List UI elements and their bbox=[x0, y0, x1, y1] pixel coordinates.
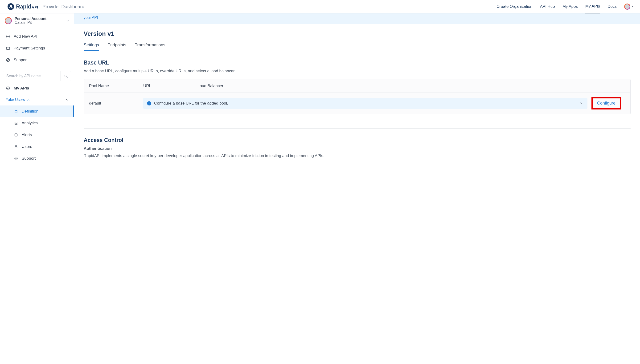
sidebar-definition[interactable]: Definition bbox=[0, 106, 74, 117]
sidebar-my-apis[interactable]: My APIs bbox=[0, 82, 74, 94]
sidebar-item-label: Users bbox=[22, 144, 32, 149]
octopus-logo-icon bbox=[8, 3, 14, 10]
sidebar: Personal Account Catalin Pit Add New API… bbox=[0, 14, 74, 364]
svg-point-5 bbox=[6, 58, 10, 62]
chevron-down-icon bbox=[66, 19, 69, 22]
lock-icon bbox=[27, 98, 30, 102]
account-switcher[interactable]: Personal Account Catalin Pit bbox=[0, 14, 74, 28]
sidebar-item-label: My APIs bbox=[14, 86, 29, 91]
logo-text: Rapid API bbox=[16, 3, 38, 10]
col-load-balancer: Load Balancer bbox=[197, 84, 587, 88]
nav-create-org[interactable]: Create Organization bbox=[496, 4, 532, 13]
sidebar-add-new-api[interactable]: Add New API bbox=[0, 30, 74, 42]
nav-api-hub[interactable]: API Hub bbox=[540, 4, 555, 13]
chevron-down-icon: ▼ bbox=[631, 6, 633, 8]
search-container bbox=[3, 71, 71, 81]
section-title: Base URL bbox=[84, 60, 630, 66]
search-input[interactable] bbox=[3, 71, 61, 81]
banner-link[interactable]: your API bbox=[84, 16, 98, 20]
compass-icon bbox=[6, 58, 10, 62]
svg-point-2 bbox=[11, 6, 12, 6]
info-alert: i Configure a base URL for the added poo… bbox=[143, 98, 587, 109]
account-name: Catalin Pit bbox=[15, 20, 66, 25]
sidebar-item-label: Definition bbox=[22, 109, 39, 114]
search-icon bbox=[64, 74, 68, 78]
header-nav: Create Organization API Hub My Apps My A… bbox=[496, 4, 633, 10]
nav-docs[interactable]: Docs bbox=[607, 4, 617, 13]
clock-icon bbox=[14, 132, 18, 137]
logo[interactable]: Rapid API bbox=[8, 3, 38, 10]
sidebar-item-label: Support bbox=[22, 156, 36, 161]
nav-my-apis[interactable]: My APIs bbox=[585, 4, 600, 14]
close-icon[interactable] bbox=[579, 101, 584, 106]
analytics-icon bbox=[14, 121, 18, 126]
svg-rect-4 bbox=[6, 47, 10, 50]
svg-point-11 bbox=[15, 146, 17, 147]
svg-point-12 bbox=[15, 157, 18, 160]
base-url-section: Base URL Add a base URL, configure multi… bbox=[84, 60, 630, 114]
avatar bbox=[624, 4, 630, 10]
api-name: Fake Users bbox=[6, 98, 25, 102]
avatar bbox=[5, 17, 12, 24]
sidebar-item-label: Add New API bbox=[14, 34, 37, 39]
section-description: Add a base URL, configure multiple URLs,… bbox=[84, 69, 630, 74]
check-circle-icon bbox=[6, 86, 10, 91]
section-title: Access Control bbox=[84, 137, 630, 144]
search-button[interactable] bbox=[61, 71, 71, 81]
col-pool-name: Pool Name bbox=[89, 84, 143, 88]
col-url: URL bbox=[143, 84, 197, 88]
main-content: your API Version v1 Settings Endpoints T… bbox=[74, 14, 640, 364]
page-title: Provider Dashboard bbox=[43, 4, 84, 10]
definition-icon bbox=[14, 109, 18, 114]
sidebar-analytics[interactable]: Analytics bbox=[0, 117, 74, 129]
configure-button[interactable]: Configure bbox=[597, 101, 615, 106]
info-icon: i bbox=[147, 101, 151, 106]
sidebar-alerts[interactable]: Alerts bbox=[0, 129, 74, 141]
alert-text: Configure a base URL for the added pool. bbox=[154, 101, 576, 106]
svg-point-1 bbox=[10, 6, 11, 6]
compass-icon bbox=[14, 156, 18, 161]
svg-rect-9 bbox=[15, 110, 17, 113]
access-control-section: Access Control Authentication RapidAPI i… bbox=[84, 137, 630, 159]
divider bbox=[84, 128, 630, 128]
user-icon bbox=[14, 144, 18, 149]
tab-endpoints[interactable]: Endpoints bbox=[107, 42, 126, 51]
version-title: Version v1 bbox=[84, 30, 630, 38]
card-icon bbox=[6, 46, 10, 50]
plus-circle-icon bbox=[6, 34, 10, 39]
sidebar-item-label: Payment Settings bbox=[14, 46, 45, 50]
info-banner: your API bbox=[74, 14, 640, 24]
chevron-up-icon bbox=[65, 98, 68, 102]
version-tabs: Settings Endpoints Transformations bbox=[84, 42, 630, 51]
highlight-annotation: Configure bbox=[591, 97, 621, 110]
auth-label: Authentication bbox=[84, 146, 630, 151]
sidebar-api-fake-users[interactable]: Fake Users bbox=[0, 94, 74, 106]
sidebar-payment-settings[interactable]: Payment Settings bbox=[0, 42, 74, 54]
table-row: default i Configure a base URL for the a… bbox=[84, 93, 630, 114]
header: Rapid API Provider Dashboard Create Orga… bbox=[0, 0, 640, 14]
header-left: Rapid API Provider Dashboard bbox=[8, 3, 84, 10]
table-header: Pool Name URL Load Balancer bbox=[84, 79, 630, 93]
sidebar-item-label: Analytics bbox=[22, 121, 38, 126]
user-menu[interactable]: ▼ bbox=[624, 4, 633, 10]
base-url-table: Pool Name URL Load Balancer default i Co… bbox=[84, 79, 630, 114]
svg-rect-8 bbox=[28, 100, 29, 101]
nav-my-apps[interactable]: My Apps bbox=[562, 4, 578, 13]
sidebar-users[interactable]: Users bbox=[0, 141, 74, 152]
tab-settings[interactable]: Settings bbox=[84, 42, 99, 51]
svg-point-7 bbox=[6, 87, 10, 90]
sidebar-api-support[interactable]: Support bbox=[0, 152, 74, 164]
auth-description: RapidAPI implements a single secret key … bbox=[84, 153, 630, 159]
sidebar-item-label: Support bbox=[14, 58, 28, 62]
sidebar-item-label: Alerts bbox=[22, 132, 32, 137]
pool-name: default bbox=[89, 101, 143, 106]
sidebar-support[interactable]: Support bbox=[0, 54, 74, 66]
tab-transformations[interactable]: Transformations bbox=[135, 42, 165, 51]
